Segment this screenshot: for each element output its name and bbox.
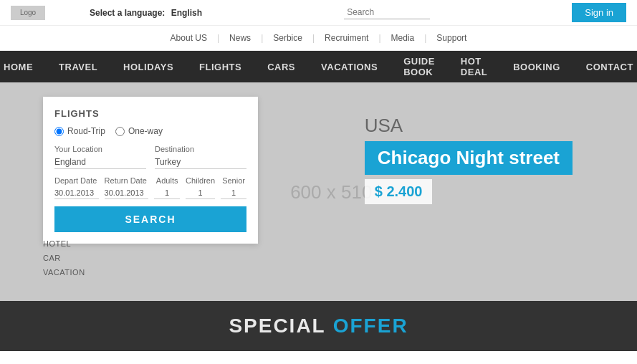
search-area [202,6,572,19]
location-row: Your Location Destination [54,145,246,169]
children-input[interactable] [186,187,215,199]
main-nav: HOME TRAVEL HOLIDAYS FLIGHTS CARS VACATI… [0,51,637,82]
location-input[interactable] [54,155,146,169]
depart-group: Depart Date [54,176,99,199]
roundtrip-option[interactable]: Roud-Trip [54,126,105,136]
flights-panel-title: FLIGHTS [54,108,246,119]
depart-label: Depart Date [54,176,99,185]
adults-label: Adults [154,176,180,185]
children-group: Children [186,176,215,199]
nav-serbice[interactable]: Serbice [263,33,312,43]
side-links: HOTEL CAR VACATION [43,236,85,279]
destination-input[interactable] [155,155,246,169]
roundtrip-radio[interactable] [54,127,64,136]
depart-input[interactable] [54,187,99,199]
hero-image-placeholder: 600 x 510 [290,181,372,203]
nav-vacations[interactable]: VACATIONS [308,51,391,82]
side-link-hotel[interactable]: HOTEL [43,236,85,251]
hero-price: $ 2.400 [365,179,433,204]
lang-value[interactable]: English [171,8,202,18]
return-input[interactable] [105,187,149,199]
destination-label: Destination [155,145,246,153]
signin-button[interactable]: Sign in [572,3,626,22]
nav-contact[interactable]: CONTACT [573,51,637,82]
offer-label: OFFER [333,315,408,337]
adults-input[interactable] [154,187,180,199]
nav-media[interactable]: Media [381,33,425,43]
senior-label: Senior [221,176,246,185]
nav-news[interactable]: News [219,33,261,43]
logo-text: Logo [20,9,36,16]
nav-home[interactable]: HOME [0,51,46,82]
language-selector: Select a language: English [90,8,202,18]
nav-guidebook[interactable]: GUIDE BOOK [391,51,448,82]
nav-holidays[interactable]: HOLIDAYS [110,51,186,82]
return-group: Return Date [105,176,149,199]
special-label: SPECIAL [229,315,325,337]
hero-city: Chicago Night street [365,141,573,175]
side-link-vacation[interactable]: VACATION [43,265,85,279]
secondary-nav: About US | News | Serbice | Recruiment |… [0,26,637,51]
lang-label: Select a language: [90,8,165,18]
nav-recruiment[interactable]: Recruiment [315,33,378,43]
roundtrip-label: Roud-Trip [67,126,105,136]
trip-options: Roud-Trip One-way [54,126,246,136]
children-label: Children [186,176,215,185]
nav-flights[interactable]: FLIGHTS [186,51,254,82]
destination-group: Destination [155,145,246,169]
location-label: Your Location [54,145,146,153]
oneway-option[interactable]: One-way [115,126,163,136]
date-row: Depart Date Return Date Adults Children … [54,176,246,199]
return-label: Return Date [105,176,149,185]
hero-section: 600 x 510 FLIGHTS Roud-Trip One-way Your… [0,82,637,301]
nav-hotdeal[interactable]: HOT DEAL [448,51,500,82]
nav-cars[interactable]: CARS [254,51,308,82]
hero-info: USA Chicago Night street $ 2.400 [365,115,573,204]
senior-input[interactable] [221,187,246,199]
logo-area: Logo [11,6,82,20]
search-button[interactable]: SEARCH [54,206,246,232]
flights-panel: FLIGHTS Roud-Trip One-way Your Location … [43,97,258,244]
location-group: Your Location [54,145,146,169]
side-link-car[interactable]: CAR [43,251,85,265]
nav-about[interactable]: About US [161,33,217,43]
special-offer-section: SPECIAL OFFER [0,301,637,351]
logo: Logo [11,6,45,20]
hero-country: USA [365,115,573,137]
top-bar: Logo Select a language: English Sign in [0,0,637,26]
senior-group: Senior [221,176,246,199]
adults-group: Adults [154,176,180,199]
search-input[interactable] [344,6,430,19]
oneway-radio[interactable] [115,127,125,136]
nav-support[interactable]: Support [426,33,476,43]
oneway-label: One-way [128,126,163,136]
nav-travel[interactable]: TRAVEL [46,51,110,82]
nav-booking[interactable]: BOOKING [500,51,573,82]
